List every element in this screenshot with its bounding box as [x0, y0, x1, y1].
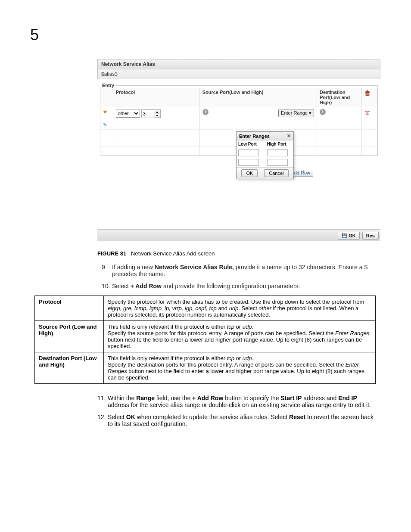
- trash-icon[interactable]: 🗑: [364, 90, 371, 96]
- step-list-a: 9. If adding a new Network Service Alias…: [102, 264, 376, 295]
- popover-ok-button[interactable]: OK: [241, 169, 258, 177]
- low-port-input[interactable]: [238, 149, 259, 156]
- parameter-table: Protocol Specify the protocol for which …: [34, 296, 376, 384]
- step-11: 11. Within the Range field, use the + Ad…: [97, 395, 377, 408]
- step-number: 10.: [102, 283, 112, 289]
- protocol-number-spinner[interactable]: ▲ ▼: [141, 109, 161, 118]
- param-desc: This field is only relevant if the proto…: [103, 352, 375, 384]
- step-text: Select OK when completed to update the s…: [108, 414, 377, 427]
- step-number: 9.: [102, 264, 112, 277]
- spinner-up[interactable]: ▲: [154, 110, 160, 114]
- param-row-dest-port: Destination Port (Low and High) This fie…: [35, 352, 376, 384]
- step-12: 12. Select OK when completed to update t…: [97, 414, 377, 427]
- low-port-input[interactable]: [238, 159, 259, 166]
- param-desc: Specify the protocol for which the alias…: [103, 296, 375, 321]
- popover-title: Enter Ranges: [239, 134, 270, 139]
- enter-range-label: Enter Range: [281, 110, 308, 115]
- param-name: Source Port (Low and High): [35, 321, 104, 352]
- reset-button[interactable]: Res: [362, 232, 379, 240]
- step-number: 11.: [97, 395, 108, 408]
- col-source-port: Source Port(Low and High): [199, 88, 317, 107]
- param-name: Destination Port (Low and High): [35, 352, 104, 384]
- disk-icon: 💾: [342, 233, 347, 238]
- step-text: If adding a new Network Service Alias Ru…: [112, 264, 376, 277]
- dialog-footer: 💾OK Res: [97, 229, 380, 241]
- figure-label: FIGURE 81: [97, 250, 126, 257]
- alias-name: $alias3: [97, 69, 380, 79]
- row-delete-icon[interactable]: 🗑: [364, 109, 371, 116]
- add-row-label: Add Row: [291, 170, 310, 175]
- param-desc: This field is only relevant if the proto…: [103, 321, 375, 352]
- enter-ranges-popover: Enter Ranges ✕ Low Port High Port OK Can…: [236, 131, 294, 179]
- popover-col-low: Low Port: [237, 140, 265, 148]
- col-dest-port: Destination Port(Low and High): [317, 88, 361, 107]
- info-icon[interactable]: i: [320, 109, 326, 115]
- close-icon[interactable]: ✕: [287, 133, 291, 139]
- entry-row[interactable]: ★ other ▲ ▼ i: [100, 107, 377, 120]
- popover-cancel-button[interactable]: Cancel: [264, 169, 288, 177]
- step-number: 12.: [97, 414, 108, 427]
- page-number: 5: [30, 26, 39, 44]
- high-port-input[interactable]: [267, 159, 288, 166]
- star-icon: ★: [103, 109, 107, 114]
- protocol-select[interactable]: other: [116, 109, 140, 118]
- panel-title: Network Service Alias: [97, 59, 380, 69]
- spinner-down[interactable]: ▼: [154, 114, 160, 118]
- step-text: Select + Add Row and provide the followi…: [112, 283, 300, 289]
- step-9: 9. If adding a new Network Service Alias…: [102, 264, 376, 277]
- pencil-icon: ✎: [103, 122, 107, 127]
- param-row-protocol: Protocol Specify the protocol for which …: [35, 296, 376, 321]
- fieldset-legend: Entry: [100, 83, 116, 88]
- step-text: Within the Range field, use the + Add Ro…: [108, 395, 377, 408]
- col-protocol: Protocol: [113, 88, 199, 107]
- entry-row-empty: ✎: [100, 120, 377, 130]
- step-10: 10. Select + Add Row and provide the fol…: [102, 283, 376, 289]
- enter-range-button[interactable]: Enter Range ▾: [278, 109, 314, 117]
- param-name: Protocol: [35, 296, 104, 321]
- param-row-source-port: Source Port (Low and High) This field is…: [35, 321, 376, 352]
- high-port-input[interactable]: [267, 149, 288, 156]
- ok-label: OK: [349, 233, 356, 238]
- step-list-b: 11. Within the Range field, use the + Ad…: [97, 395, 377, 432]
- protocol-number-input[interactable]: [142, 110, 154, 118]
- popover-col-high: High Port: [265, 140, 294, 148]
- info-icon[interactable]: i: [202, 109, 209, 115]
- ok-button[interactable]: 💾OK: [338, 232, 360, 240]
- figure-caption-text: Network Service Alias Add screen: [131, 250, 215, 257]
- figure-caption: FIGURE 81 Network Service Alias Add scre…: [97, 250, 215, 257]
- dialog-panel: Network Service Alias $alias3 Entry Prot…: [97, 59, 380, 156]
